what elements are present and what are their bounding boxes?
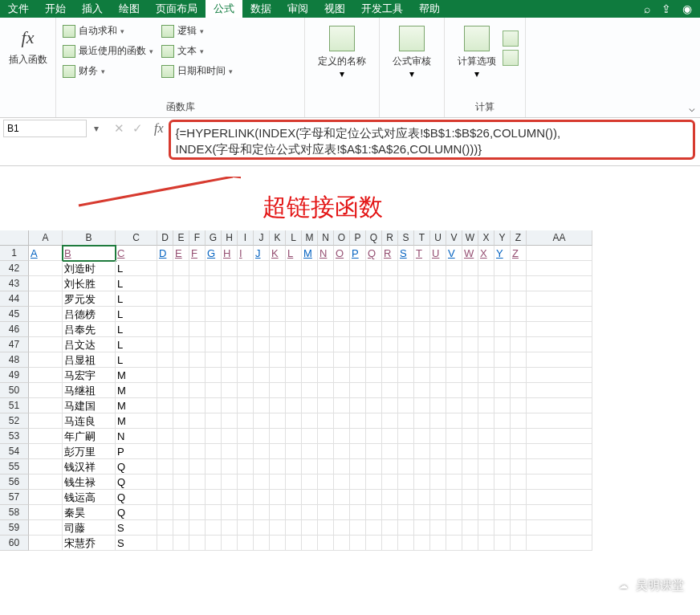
cell[interactable] — [318, 444, 334, 459]
cell[interactable] — [414, 276, 430, 291]
cell[interactable] — [414, 536, 430, 551]
cell[interactable] — [238, 429, 254, 444]
cell[interactable] — [350, 444, 366, 459]
cell[interactable] — [270, 444, 286, 459]
cell[interactable] — [527, 429, 592, 444]
cell[interactable] — [318, 398, 334, 413]
cell[interactable] — [494, 322, 511, 337]
cell[interactable] — [462, 505, 478, 520]
cell[interactable] — [254, 383, 270, 398]
column-header[interactable]: N — [318, 230, 334, 246]
cell[interactable] — [29, 261, 63, 276]
cell[interactable] — [350, 459, 366, 474]
cell[interactable] — [366, 337, 382, 352]
row-header[interactable]: 56 — [0, 474, 29, 490]
cell[interactable] — [398, 429, 414, 444]
cell[interactable] — [398, 337, 414, 352]
cell[interactable] — [238, 444, 254, 459]
cell[interactable] — [29, 383, 63, 398]
cell[interactable] — [318, 490, 334, 505]
cell[interactable] — [511, 505, 527, 520]
cell[interactable] — [189, 307, 206, 322]
column-header[interactable]: R — [382, 230, 398, 246]
cell[interactable] — [254, 413, 270, 429]
cell[interactable] — [206, 413, 222, 429]
cell[interactable] — [478, 322, 494, 337]
cell[interactable] — [334, 474, 350, 490]
cell[interactable] — [318, 368, 334, 383]
cell[interactable] — [494, 383, 511, 398]
formula-audit-button[interactable]: 公式审核 ▾ — [386, 26, 438, 79]
cell[interactable] — [398, 352, 414, 368]
cell[interactable] — [286, 444, 302, 459]
cell[interactable] — [350, 505, 366, 520]
cell[interactable] — [382, 276, 398, 291]
cell[interactable] — [222, 459, 238, 474]
cell-hyperlink[interactable]: X — [478, 246, 494, 261]
cell[interactable] — [462, 536, 478, 551]
column-header[interactable]: I — [238, 230, 254, 246]
cell-hyperlink[interactable] — [527, 246, 592, 261]
name-box-dropdown-icon[interactable]: ▾ — [90, 123, 103, 134]
cell[interactable] — [157, 322, 173, 337]
cell[interactable] — [238, 474, 254, 490]
cell-hyperlink[interactable]: Q — [366, 246, 382, 261]
cell[interactable] — [238, 505, 254, 520]
cell[interactable] — [318, 505, 334, 520]
cell[interactable] — [511, 352, 527, 368]
cell[interactable] — [270, 322, 286, 337]
cell[interactable] — [302, 383, 318, 398]
cell[interactable] — [366, 261, 382, 276]
row-header[interactable]: 47 — [0, 337, 29, 352]
cell[interactable] — [382, 261, 398, 276]
cell[interactable] — [350, 383, 366, 398]
cell[interactable] — [29, 337, 63, 352]
cell[interactable] — [270, 429, 286, 444]
cancel-icon[interactable]: ✕ — [114, 121, 124, 136]
cell[interactable] — [511, 520, 527, 536]
cell[interactable] — [446, 383, 462, 398]
cell[interactable] — [189, 520, 206, 536]
row-header[interactable]: 59 — [0, 520, 29, 536]
cell[interactable] — [157, 276, 173, 291]
defined-names-button[interactable]: 定义的名称 ▾ — [311, 26, 372, 79]
cell[interactable] — [462, 322, 478, 337]
cell[interactable] — [286, 429, 302, 444]
cell[interactable] — [527, 276, 592, 291]
column-header[interactable]: G — [206, 230, 222, 246]
cell[interactable]: 吕德榜 — [63, 307, 116, 322]
cell[interactable] — [222, 291, 238, 307]
cell[interactable]: 秦昊 — [63, 505, 116, 520]
cell[interactable] — [302, 505, 318, 520]
column-header[interactable]: C — [116, 230, 157, 246]
row-header[interactable]: 1 — [0, 246, 29, 261]
cell[interactable] — [318, 383, 334, 398]
cell[interactable] — [222, 536, 238, 551]
cell[interactable] — [206, 291, 222, 307]
cell[interactable] — [222, 505, 238, 520]
menu-tab-插入[interactable]: 插入 — [74, 0, 111, 18]
cell[interactable] — [527, 337, 592, 352]
cell[interactable] — [29, 490, 63, 505]
cell[interactable] — [478, 490, 494, 505]
cell[interactable]: 吕显祖 — [63, 352, 116, 368]
cell[interactable] — [494, 429, 511, 444]
cell[interactable]: 年广嗣 — [63, 429, 116, 444]
menu-tab-页面布局[interactable]: 页面布局 — [148, 0, 206, 18]
cell[interactable] — [222, 429, 238, 444]
cell[interactable] — [222, 398, 238, 413]
cell[interactable] — [29, 398, 63, 413]
cell[interactable] — [414, 474, 430, 490]
cell[interactable] — [478, 383, 494, 398]
cell-hyperlink[interactable]: B — [63, 246, 116, 261]
cell[interactable] — [334, 398, 350, 413]
cell[interactable] — [527, 383, 592, 398]
cell[interactable] — [494, 459, 511, 474]
cell[interactable] — [430, 291, 446, 307]
cell[interactable]: 钱汉祥 — [63, 459, 116, 474]
cell[interactable] — [270, 520, 286, 536]
cell[interactable] — [270, 276, 286, 291]
cell[interactable] — [350, 474, 366, 490]
cell[interactable] — [446, 536, 462, 551]
cell[interactable] — [462, 368, 478, 383]
